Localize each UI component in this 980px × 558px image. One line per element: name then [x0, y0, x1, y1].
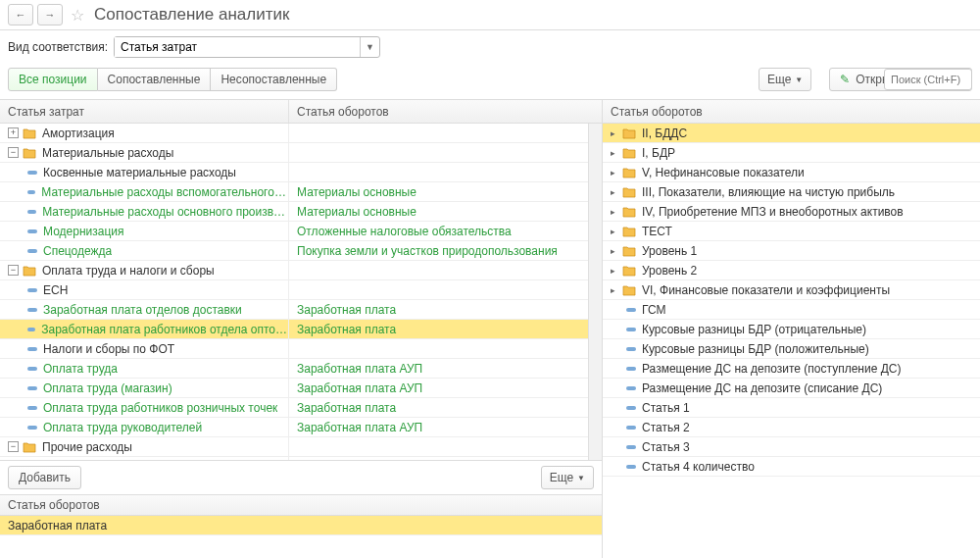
tree-item-row[interactable]: Материальные расходы основного производс…	[0, 202, 602, 222]
tree-item-row[interactable]: Оплата труда работников розничных точекЗ…	[0, 398, 602, 418]
tree-folder-row[interactable]: ▸I, БДР	[603, 143, 980, 163]
left-bottom: Добавить Еще ▼ Статья оборотов Заработна…	[0, 460, 602, 558]
tree-item-row[interactable]: Оплата труда (магазин)Заработная плата А…	[0, 379, 602, 398]
tree-row-label: V, Нефинансовые показатели	[642, 166, 805, 179]
right-tree[interactable]: ▸II, БДДС▸I, БДР▸V, Нефинансовые показат…	[603, 124, 980, 558]
tree-row-label: Материальные расходы вспомогательного пр…	[41, 185, 288, 199]
left-toolbar: Все позиции Сопоставленные Несопоставлен…	[0, 64, 980, 99]
bottom-selected-row[interactable]: Заработная плата	[0, 516, 602, 535]
tree-folder-row[interactable]: +Амортизация	[0, 124, 602, 143]
tree-item-row[interactable]: Статья 2	[603, 418, 980, 437]
tree-item-row[interactable]: Косвенные материальные расходы	[0, 163, 602, 182]
tree-row-label: Налоги и сборы по ФОТ	[43, 342, 174, 356]
scrollbar[interactable]	[588, 124, 602, 460]
tab-matched[interactable]: Сопоставленные	[98, 68, 212, 91]
filter-input[interactable]	[115, 37, 360, 57]
more-label: Еще	[550, 471, 573, 484]
tree-toggle-icon[interactable]: −	[8, 441, 19, 452]
tree-item-row[interactable]: СпецодеждаПокупка земли и участков приро…	[0, 241, 602, 261]
item-icon	[626, 386, 636, 390]
tree-expand-arrow-icon[interactable]: ▸	[611, 148, 618, 158]
add-button[interactable]: Добавить	[8, 466, 81, 489]
tree-row-label: ГСМ	[642, 303, 666, 317]
more-label: Еще	[767, 73, 791, 86]
tree-toggle-icon[interactable]: +	[8, 127, 19, 138]
bottom-grid-header[interactable]: Статья оборотов	[0, 494, 602, 516]
tree-folder-row[interactable]: ▸III, Показатели, влияющие на чистую при…	[603, 182, 980, 202]
left-tree[interactable]: +Амортизация−Материальные расходыКосвенн…	[0, 124, 602, 460]
tree-folder-row[interactable]: ▸Уровень 1	[603, 241, 980, 261]
tree-item-row[interactable]: Курсовые разницы БДР (положительные)	[603, 339, 980, 359]
folder-icon	[622, 186, 636, 198]
tree-row-value: Заработная плата	[289, 401, 602, 415]
tab-unmatched[interactable]: Несопоставленные	[211, 68, 337, 91]
tree-folder-row[interactable]: ▸IV, Приобретение МПЗ и внеоборотных акт…	[603, 202, 980, 222]
search-input[interactable]	[884, 69, 972, 90]
tree-folder-row[interactable]: ▸V, Нефинансовые показатели	[603, 163, 980, 182]
tree-item-row[interactable]: Оплата труда руководителейЗаработная пла…	[0, 418, 602, 437]
col-header-turnover[interactable]: Статья оборотов	[289, 100, 602, 123]
tree-item-row[interactable]: ГСМ	[603, 300, 980, 320]
tree-item-row[interactable]: Статья 1	[603, 398, 980, 418]
tree-item-row[interactable]: ЕСН	[0, 280, 602, 300]
tree-row-label: Статья 4 количество	[642, 460, 755, 474]
tree-item-row[interactable]: Курсовые разницы БДР (отрицательные)	[603, 320, 980, 339]
tree-folder-row[interactable]: −Оплата труда и налоги и сборы	[0, 261, 602, 280]
tree-folder-row[interactable]: −Материальные расходы	[0, 143, 602, 163]
folder-icon	[622, 147, 636, 159]
tree-toggle-icon[interactable]: −	[8, 265, 19, 276]
tree-row-label: ТЕСТ	[642, 225, 672, 238]
tree-folder-row[interactable]: −Прочие расходы	[0, 437, 602, 457]
tree-item-row[interactable]: Размещение ДС на депозите (поступление Д…	[603, 359, 980, 379]
tree-expand-arrow-icon[interactable]: ▸	[611, 266, 618, 276]
tree-row-value: Материалы основные	[289, 185, 602, 199]
item-icon	[626, 406, 636, 410]
tab-all[interactable]: Все позиции	[8, 68, 98, 91]
tree-item-row[interactable]: Оплата трудаЗаработная плата АУП	[0, 359, 602, 379]
filter-dropdown[interactable]: ▼	[114, 36, 380, 58]
tree-toggle-icon[interactable]: −	[8, 147, 19, 158]
tree-item-row[interactable]: Материальные расходы вспомогательного пр…	[0, 182, 602, 202]
tree-item-row[interactable]: Заработная плата работников отдела оптов…	[0, 320, 602, 339]
tree-item-row[interactable]: Статья 4 количество	[603, 457, 980, 477]
tree-item-row[interactable]: Заработная плата отделов доставкиЗаработ…	[0, 300, 602, 320]
item-icon	[626, 367, 636, 371]
tree-expand-arrow-icon[interactable]: ▸	[611, 227, 618, 236]
tree-expand-arrow-icon[interactable]: ▸	[611, 168, 618, 178]
tree-item-row[interactable]: МодернизацияОтложенные налоговые обязате…	[0, 222, 602, 241]
tab-group: Все позиции Сопоставленные Несопоставлен…	[8, 68, 337, 91]
tree-item-row[interactable]: Налоги и сборы по ФОТ	[0, 339, 602, 359]
back-button[interactable]: ←	[8, 4, 33, 25]
more-button-bottom[interactable]: Еще ▼	[541, 466, 594, 489]
right-grid-header[interactable]: Статья оборотов	[603, 100, 980, 124]
tree-item-row[interactable]: Размещение ДС на депозите (списание ДС)	[603, 379, 980, 398]
tree-folder-row[interactable]: ▸Уровень 2	[603, 261, 980, 280]
more-button-left[interactable]: Еще ▼	[759, 68, 811, 91]
tree-expand-arrow-icon[interactable]: ▸	[611, 285, 618, 295]
chevron-down-icon: ▼	[577, 474, 585, 482]
tree-expand-arrow-icon[interactable]: ▸	[611, 246, 618, 256]
tree-item-row[interactable]: Статья 3	[603, 437, 980, 457]
item-icon	[27, 288, 37, 292]
tree-expand-arrow-icon[interactable]: ▸	[611, 187, 618, 197]
item-icon	[27, 229, 37, 233]
tree-row-value: Заработная плата	[289, 303, 602, 317]
tree-row-label: VI, Финансовые показатели и коэффициенты	[642, 283, 890, 297]
tree-row-label: Аренда	[43, 460, 84, 461]
tree-expand-arrow-icon[interactable]: ▸	[611, 207, 618, 217]
forward-button[interactable]: →	[37, 4, 63, 25]
tree-expand-arrow-icon[interactable]: ▸	[611, 128, 618, 138]
tree-folder-row[interactable]: ▸ТЕСТ	[603, 222, 980, 241]
col-header-expense[interactable]: Статья затрат	[0, 100, 289, 123]
item-icon	[626, 347, 636, 351]
tree-row-label: Статья 2	[642, 421, 690, 434]
tree-row-label: Материальные расходы	[42, 146, 173, 160]
folder-icon	[622, 284, 636, 296]
item-icon	[27, 190, 35, 194]
favorite-star-icon[interactable]: ☆	[69, 6, 86, 24]
chevron-down-icon[interactable]: ▼	[360, 37, 379, 57]
tree-row-label: Модернизация	[43, 225, 123, 238]
tree-item-row[interactable]: АрендаРеконструкция (капитальный ремонт …	[0, 457, 602, 460]
tree-folder-row[interactable]: ▸VI, Финансовые показатели и коэффициент…	[603, 280, 980, 300]
tree-folder-row[interactable]: ▸II, БДДС	[603, 124, 980, 143]
